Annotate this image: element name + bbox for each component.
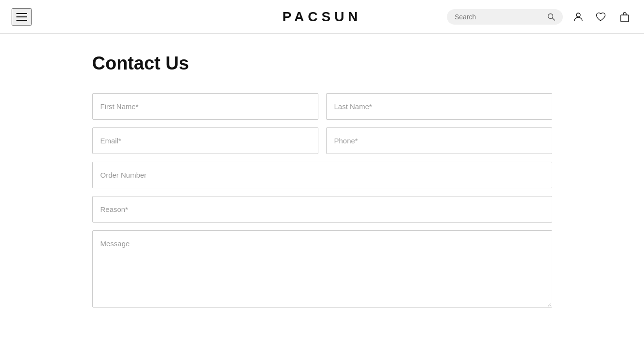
order-number-row: [92, 162, 552, 188]
search-icon: [547, 13, 555, 21]
phone-input[interactable]: [326, 127, 552, 154]
contact-row: [92, 127, 552, 154]
order-number-input[interactable]: [92, 162, 552, 188]
svg-line-1: [553, 18, 555, 20]
hamburger-line-3: [16, 20, 27, 21]
wishlist-button[interactable]: [594, 9, 609, 25]
svg-point-2: [576, 13, 580, 17]
svg-rect-3: [621, 15, 629, 22]
cart-button[interactable]: [617, 9, 632, 25]
contact-form: Reason* Order Inquiry Return/Exchange Pr…: [92, 93, 552, 309]
header-right: [447, 9, 632, 25]
hamburger-line-2: [16, 16, 27, 17]
site-header: PACSUN: [0, 0, 644, 34]
message-row: [92, 230, 552, 309]
phone-field: [326, 127, 552, 154]
page-title: Contact Us: [92, 53, 552, 74]
account-button[interactable]: [571, 9, 586, 25]
email-field: [92, 127, 318, 154]
reason-row: Reason* Order Inquiry Return/Exchange Pr…: [92, 196, 552, 223]
last-name-field: [326, 93, 552, 120]
last-name-input[interactable]: [326, 93, 552, 120]
site-logo[interactable]: PACSUN: [282, 9, 361, 24]
account-icon: [572, 11, 584, 23]
first-name-input[interactable]: [92, 93, 318, 120]
main-content: Contact Us Reason*: [81, 34, 564, 336]
search-input[interactable]: [455, 13, 544, 21]
hamburger-button[interactable]: [12, 8, 32, 26]
bag-icon: [619, 11, 630, 23]
message-textarea[interactable]: [92, 230, 552, 308]
heart-icon: [596, 11, 607, 23]
search-bar[interactable]: [447, 9, 563, 25]
reason-select[interactable]: Reason* Order Inquiry Return/Exchange Pr…: [92, 196, 552, 223]
header-logo-area: PACSUN: [282, 9, 361, 25]
search-button[interactable]: [547, 13, 555, 21]
hamburger-line-1: [16, 13, 27, 14]
first-name-field: [92, 93, 318, 120]
email-input[interactable]: [92, 127, 318, 154]
name-row: [92, 93, 552, 120]
header-left: [12, 8, 32, 26]
